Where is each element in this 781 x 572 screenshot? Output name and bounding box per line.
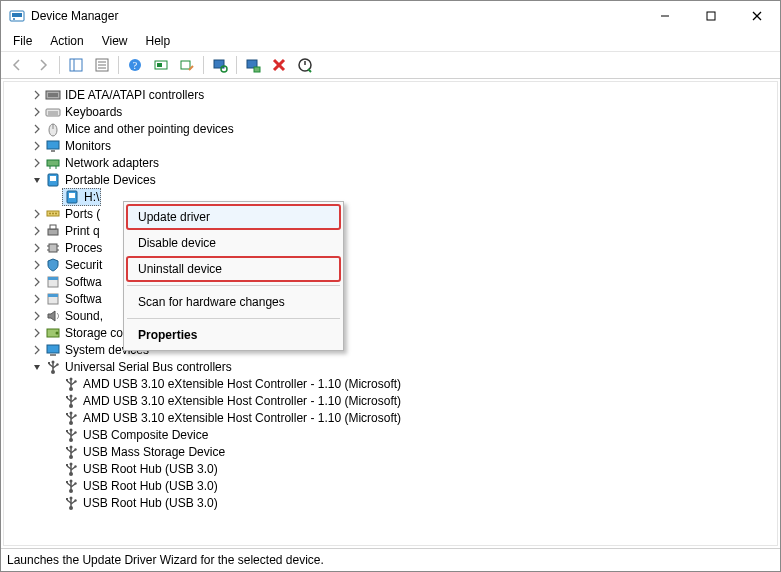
close-button[interactable] bbox=[734, 1, 780, 31]
svg-rect-106 bbox=[66, 464, 68, 466]
chevron-right-icon[interactable] bbox=[30, 122, 44, 136]
minimize-button[interactable] bbox=[642, 1, 688, 31]
tree-row[interactable]: IDE ATA/ATAPI controllers bbox=[8, 86, 777, 103]
chevron-right-icon[interactable] bbox=[30, 241, 44, 255]
toolbar: ? bbox=[1, 52, 780, 79]
tree-row[interactable]: AMD USB 3.10 eXtensible Host Controller … bbox=[8, 392, 777, 409]
tree-node-label: Proces bbox=[65, 241, 102, 255]
window-title: Device Manager bbox=[31, 9, 118, 23]
printer-icon bbox=[45, 223, 61, 239]
device-manager-window: Device Manager File Action View Help ? I… bbox=[0, 0, 781, 572]
network-icon bbox=[45, 155, 61, 171]
tree-row[interactable]: USB Root Hub (USB 3.0) bbox=[8, 460, 777, 477]
expander-placeholder bbox=[48, 479, 62, 493]
back-button[interactable] bbox=[5, 53, 29, 77]
portable-icon bbox=[45, 172, 61, 188]
titlebar: Device Manager bbox=[1, 1, 780, 31]
chevron-right-icon[interactable] bbox=[30, 156, 44, 170]
usb-device-icon bbox=[63, 410, 79, 426]
expander-placeholder bbox=[48, 462, 62, 476]
svg-point-101 bbox=[74, 448, 76, 450]
chevron-right-icon[interactable] bbox=[30, 258, 44, 272]
svg-point-97 bbox=[70, 445, 73, 448]
svg-point-104 bbox=[70, 462, 73, 465]
tree-node-label: IDE ATA/ATAPI controllers bbox=[65, 88, 204, 102]
uninstall-device-button[interactable] bbox=[267, 53, 291, 77]
chevron-right-icon[interactable] bbox=[30, 105, 44, 119]
chevron-right-icon[interactable] bbox=[30, 88, 44, 102]
tree-row[interactable]: AMD USB 3.10 eXtensible Host Controller … bbox=[8, 375, 777, 392]
chevron-right-icon[interactable] bbox=[30, 139, 44, 153]
svg-rect-32 bbox=[47, 141, 59, 149]
tree-row[interactable]: Keyboards bbox=[8, 103, 777, 120]
tree-node-label: USB Root Hub (USB 3.0) bbox=[83, 496, 218, 510]
security-icon bbox=[45, 257, 61, 273]
chevron-right-icon[interactable] bbox=[30, 309, 44, 323]
svg-point-80 bbox=[74, 397, 76, 399]
cpu-icon bbox=[45, 240, 61, 256]
context-menu-item[interactable]: Uninstall device bbox=[126, 256, 341, 282]
add-legacy-hardware-button[interactable] bbox=[241, 53, 265, 77]
svg-point-73 bbox=[74, 380, 76, 382]
chevron-right-icon[interactable] bbox=[30, 207, 44, 221]
svg-rect-1 bbox=[12, 13, 22, 17]
tree-row[interactable]: USB Mass Storage Device bbox=[8, 443, 777, 460]
properties-button[interactable] bbox=[90, 53, 114, 77]
chevron-right-icon[interactable] bbox=[30, 224, 44, 238]
tree-row[interactable]: Portable Devices bbox=[8, 171, 777, 188]
maximize-button[interactable] bbox=[688, 1, 734, 31]
disable-device-button[interactable] bbox=[175, 53, 199, 77]
chevron-right-icon[interactable] bbox=[30, 343, 44, 357]
menu-file[interactable]: File bbox=[5, 32, 40, 50]
tree-row[interactable]: Universal Serial Bus controllers bbox=[8, 358, 777, 375]
scan-hardware-button[interactable] bbox=[208, 53, 232, 77]
chevron-down-icon[interactable] bbox=[30, 360, 44, 374]
usb-icon bbox=[45, 359, 61, 375]
chevron-right-icon[interactable] bbox=[30, 275, 44, 289]
expander-placeholder bbox=[48, 394, 62, 408]
tree-row[interactable]: USB Root Hub (USB 3.0) bbox=[8, 477, 777, 494]
chevron-down-icon[interactable] bbox=[30, 173, 44, 187]
svg-rect-45 bbox=[48, 229, 58, 235]
tree-node-label: Monitors bbox=[65, 139, 111, 153]
usb-device-icon bbox=[63, 444, 79, 460]
expander-placeholder bbox=[48, 496, 62, 510]
menu-view[interactable]: View bbox=[94, 32, 136, 50]
tree-row[interactable]: USB Composite Device bbox=[8, 426, 777, 443]
tree-node-label: Print q bbox=[65, 224, 100, 238]
context-menu-item[interactable]: Properties bbox=[126, 322, 341, 348]
device-tree[interactable]: IDE ATA/ATAPI controllersKeyboardsMice a… bbox=[3, 81, 778, 546]
chevron-right-icon[interactable] bbox=[30, 292, 44, 306]
context-menu-item[interactable]: Update driver bbox=[126, 204, 341, 230]
tree-node-label: Sound, bbox=[65, 309, 103, 323]
show-hide-console-tree-button[interactable] bbox=[64, 53, 88, 77]
tree-row[interactable]: USB Root Hub (USB 3.0) bbox=[8, 494, 777, 511]
tree-row[interactable]: Monitors bbox=[8, 137, 777, 154]
tree-row[interactable]: AMD USB 3.10 eXtensible Host Controller … bbox=[8, 409, 777, 426]
chevron-right-icon[interactable] bbox=[30, 326, 44, 340]
help-button[interactable]: ? bbox=[123, 53, 147, 77]
tree-node-label: USB Root Hub (USB 3.0) bbox=[83, 462, 218, 476]
menu-action[interactable]: Action bbox=[42, 32, 91, 50]
svg-point-108 bbox=[74, 465, 76, 467]
enable-device-button[interactable] bbox=[293, 53, 317, 77]
svg-point-94 bbox=[74, 431, 76, 433]
update-driver-button[interactable] bbox=[149, 53, 173, 77]
software-icon bbox=[45, 291, 61, 307]
tree-row[interactable]: Mice and other pointing devices bbox=[8, 120, 777, 137]
menu-help[interactable]: Help bbox=[138, 32, 179, 50]
context-menu-item[interactable]: Scan for hardware changes bbox=[126, 289, 341, 315]
svg-rect-17 bbox=[181, 61, 190, 69]
svg-rect-99 bbox=[66, 447, 68, 449]
tree-row[interactable]: Network adapters bbox=[8, 154, 777, 171]
expander-placeholder bbox=[48, 428, 62, 442]
tree-node-label: USB Composite Device bbox=[83, 428, 208, 442]
menubar: File Action View Help bbox=[1, 31, 780, 52]
usb-device-icon bbox=[63, 393, 79, 409]
forward-button[interactable] bbox=[31, 53, 55, 77]
expander-placeholder bbox=[48, 445, 62, 459]
context-menu-item[interactable]: Disable device bbox=[126, 230, 341, 256]
svg-point-2 bbox=[13, 18, 15, 20]
statusbar-text: Launches the Update Driver Wizard for th… bbox=[7, 553, 324, 567]
tree-node-label: Mice and other pointing devices bbox=[65, 122, 234, 136]
